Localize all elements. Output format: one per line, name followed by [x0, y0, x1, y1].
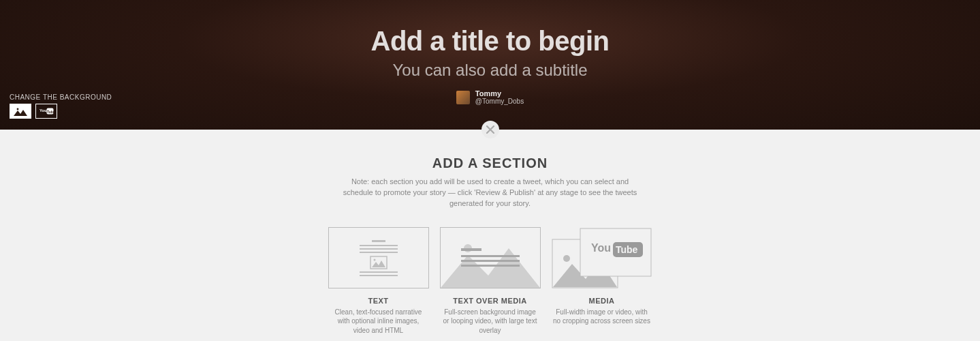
- add-section-heading: ADD A SECTION: [0, 155, 980, 171]
- svg-text:Tube: Tube: [616, 244, 638, 255]
- card-desc: Full-width image or video, with no cropp…: [552, 308, 652, 326]
- section-card-media[interactable]: You Tube MEDIA Full-width image or video…: [552, 227, 652, 336]
- subtitle-input[interactable]: You can also add a subtitle: [393, 61, 588, 80]
- card-title: TEXT OVER MEDIA: [440, 297, 541, 305]
- author-name: Tommy: [475, 89, 524, 98]
- title-input[interactable]: Add a title to begin: [371, 26, 610, 57]
- change-background-label: CHANGE THE BACKGROUND: [10, 93, 112, 101]
- background-image-button[interactable]: [10, 104, 31, 119]
- card-title: TEXT: [328, 297, 429, 305]
- svg-rect-5: [360, 245, 398, 246]
- card-desc: Clean, text-focused narrative with optio…: [328, 308, 429, 336]
- section-card-text-over-media[interactable]: TEXT OVER MEDIA Full-screen background i…: [440, 227, 541, 336]
- add-section-panel: ADD A SECTION Note: each section you add…: [0, 130, 980, 335]
- svg-rect-6: [360, 248, 398, 250]
- svg-text:Tube: Tube: [47, 110, 54, 114]
- svg-rect-13: [461, 248, 481, 251]
- svg-point-0: [17, 108, 19, 110]
- card-desc: Full-screen background image or looping …: [440, 308, 541, 336]
- section-card-text[interactable]: TEXT Clean, text-focused narrative with …: [328, 227, 429, 336]
- text-over-media-preview: [440, 227, 541, 288]
- background-controls: CHANGE THE BACKGROUND You Tube: [10, 93, 112, 119]
- card-title: MEDIA: [552, 297, 652, 305]
- close-panel-button[interactable]: [481, 121, 499, 138]
- svg-rect-10: [360, 271, 398, 273]
- image-icon: [14, 106, 27, 116]
- svg-point-9: [373, 258, 375, 261]
- hero-header: Add a title to begin You can also add a …: [0, 0, 980, 130]
- avatar: [456, 91, 470, 104]
- add-section-note: Note: each section you add will be used …: [337, 177, 644, 209]
- svg-rect-15: [461, 260, 520, 262]
- author-handle: @Tommy_Dobs: [475, 98, 524, 105]
- close-icon: [486, 125, 494, 134]
- svg-text:You: You: [39, 108, 47, 113]
- svg-rect-4: [372, 240, 385, 242]
- svg-rect-14: [461, 255, 520, 257]
- svg-point-18: [563, 255, 570, 262]
- author-block: Tommy @Tommy_Dobs: [456, 89, 524, 105]
- svg-rect-16: [461, 265, 520, 267]
- media-preview: You Tube: [552, 227, 652, 288]
- svg-rect-7: [360, 252, 398, 253]
- svg-text:You: You: [591, 242, 611, 254]
- svg-rect-11: [360, 275, 398, 276]
- background-youtube-button[interactable]: You Tube: [35, 104, 57, 119]
- section-type-cards: TEXT Clean, text-focused narrative with …: [0, 227, 980, 336]
- text-preview: [328, 227, 429, 288]
- youtube-icon: You Tube: [38, 106, 54, 116]
